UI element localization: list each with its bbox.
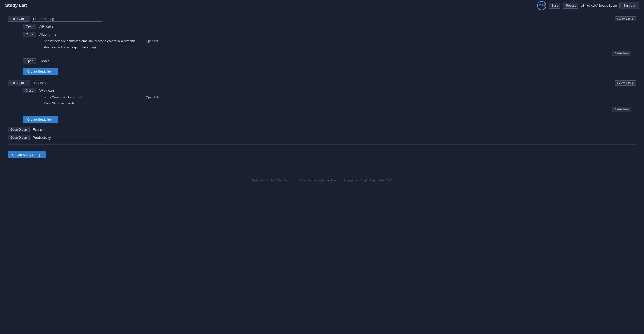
item-react-header: Open [23, 58, 636, 64]
group-programming-header: Close Group Delete Group [8, 16, 636, 22]
open-item-react-button[interactable]: Open [23, 58, 36, 64]
delete-item-wanikani-button[interactable]: Delete Item [612, 107, 631, 112]
item-api-calls-name-input[interactable] [38, 24, 109, 29]
footer-designed-by: Designed by Gary Giambatista [252, 179, 293, 182]
item-wanikani-details: Open link Delete Item [23, 95, 636, 112]
item-wanikani-link-row: Open link [43, 95, 636, 100]
app-header: Study List 25:00 Start Restart g3mock10@… [0, 0, 644, 11]
group-programming-items: Open Close Open link Delete I [8, 24, 636, 75]
study-item-wanikani: Close Open link Delete Item [18, 88, 636, 112]
item-wanikani-delete-row: Delete Item [43, 107, 636, 112]
item-algorithms-delete-row: Delete Item [43, 51, 636, 56]
study-item-react: Open [18, 58, 636, 64]
signout-button[interactable]: Sign out [619, 2, 639, 9]
create-study-group-button[interactable]: Create Study Group [8, 151, 46, 158]
item-algorithms-name-input[interactable] [38, 32, 109, 37]
group-japanese-header: Close Group Delete Group [8, 80, 636, 86]
group-programming: Close Group Delete Group Open Close [8, 16, 636, 75]
item-algorithms-details: Open link Delete Item [23, 39, 636, 56]
item-wanikani-link-input[interactable] [43, 95, 143, 100]
group-productivity: Open Group [8, 135, 636, 140]
restart-button[interactable]: Restart [563, 3, 578, 9]
item-algorithms-open-link-button[interactable]: Open link [146, 39, 159, 43]
group-japanese-name-input[interactable] [32, 80, 102, 86]
create-study-item-japanese-button[interactable]: Create Study Item [23, 116, 58, 123]
group-exercise: Open Group [8, 127, 636, 132]
footer-copyright: Copyright © Gary Giambatista 2022 [344, 179, 392, 182]
open-group-productivity-button[interactable]: Open Group [8, 135, 30, 140]
item-algorithms-header: Close [23, 32, 636, 37]
timer-display: 25:00 [537, 1, 546, 10]
footer: Designed by Gary Giambatista GaryGiambat… [0, 174, 644, 187]
item-react-name-input[interactable] [38, 59, 109, 64]
group-productivity-header: Open Group [8, 135, 636, 140]
item-algorithms-link-input[interactable] [43, 39, 143, 44]
item-api-calls-header: Open [23, 24, 636, 29]
delete-item-algorithms-button[interactable]: Delete Item [612, 51, 631, 56]
study-item-algorithms: Close Open link Delete Item [18, 32, 636, 56]
close-group-japanese-button[interactable]: Close Group [8, 80, 30, 86]
close-item-wanikani-button[interactable]: Close [23, 88, 36, 93]
close-group-programming-button[interactable]: Close Group [8, 16, 30, 22]
group-exercise-name-input[interactable] [32, 127, 102, 132]
open-group-exercise-button[interactable]: Open Group [8, 127, 30, 132]
close-item-algorithms-button[interactable]: Close [23, 32, 36, 37]
main-divider [8, 144, 636, 145]
create-study-item-programming-button[interactable]: Create Study Item [23, 68, 58, 75]
study-item-api-calls: Open [18, 24, 636, 29]
page-title: Study List [5, 3, 27, 8]
start-button[interactable]: Start [549, 3, 560, 9]
footer-email: GaryGiambatista@gmail.com [299, 179, 338, 182]
open-item-api-calls-button[interactable]: Open [23, 24, 36, 29]
group-japanese: Close Group Delete Group Close Open link [8, 80, 636, 123]
item-wanikani-header: Close [23, 88, 636, 93]
main-content: Close Group Delete Group Open Close [0, 11, 644, 163]
user-email: g3mock10@hotmail.com [581, 4, 617, 7]
delete-group-programming-button[interactable]: Delete Group [615, 16, 636, 21]
header-controls: 25:00 Start Restart g3mock10@hotmail.com… [537, 1, 639, 10]
group-programming-name-input[interactable] [32, 16, 102, 22]
item-wanikani-name-input[interactable] [38, 88, 109, 93]
group-exercise-header: Open Group [8, 127, 636, 132]
item-wanikani-open-link-button[interactable]: Open link [146, 96, 159, 99]
item-algorithms-link-row: Open link [43, 39, 636, 44]
group-japanese-items: Close Open link Delete Item Create Study… [8, 88, 636, 123]
item-wanikani-notes-input[interactable] [43, 101, 345, 106]
delete-group-japanese-button[interactable]: Delete Group [615, 80, 636, 86]
group-productivity-name-input[interactable] [32, 135, 102, 140]
item-algorithms-notes-input[interactable] [43, 45, 345, 50]
